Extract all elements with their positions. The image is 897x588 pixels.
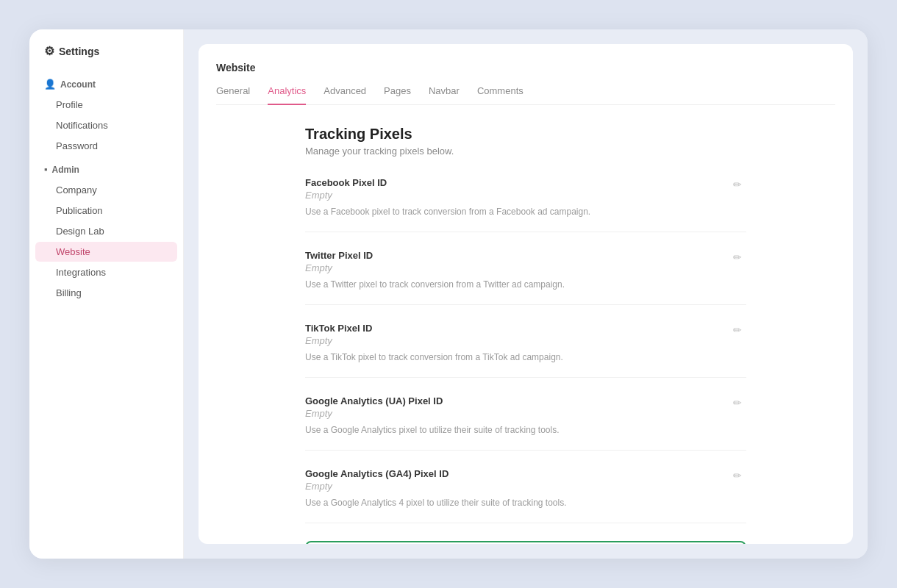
pixel-twitter-desc: Use a Twitter pixel to track conversion … bbox=[305, 279, 746, 290]
pixel-ga4-desc: Use a Google Analytics 4 pixel to utiliz… bbox=[305, 498, 746, 508]
tracking-wrapper: Tracking Pixels Manage your tracking pix… bbox=[216, 126, 835, 544]
sidebar-header: ⚙ Settings bbox=[29, 44, 183, 71]
pixel-item-ga4: Google Analytics (GA4) Pixel ID Empty ✏ … bbox=[305, 468, 746, 523]
tabs-bar: General Analytics Advanced Pages Navbar … bbox=[216, 85, 835, 105]
app-container: ⚙ Settings 👤 Account Profile Notificatio… bbox=[29, 29, 868, 559]
pixel-facebook-desc: Use a Facebook pixel to track conversion… bbox=[305, 207, 746, 217]
pixel-facebook-value: Empty bbox=[305, 190, 387, 201]
tracking-title: Tracking Pixels bbox=[305, 126, 746, 143]
pixel-facebook-label: Facebook Pixel ID bbox=[305, 177, 387, 188]
sidebar-item-password[interactable]: Password bbox=[35, 136, 177, 156]
pixel-facebook-header: Facebook Pixel ID Empty ✏ bbox=[305, 177, 746, 201]
sidebar-item-company[interactable]: Company bbox=[35, 180, 177, 200]
admin-section-label: Admin bbox=[52, 165, 79, 175]
account-icon: 👤 bbox=[44, 79, 56, 90]
sidebar-title: Settings bbox=[59, 46, 99, 57]
settings-icon: ⚙ bbox=[44, 44, 54, 58]
pixel-ga-ua-value: Empty bbox=[305, 408, 443, 419]
sidebar-item-integrations[interactable]: Integrations bbox=[35, 262, 177, 282]
pixel-twitter-edit-btn[interactable]: ✏ bbox=[729, 250, 746, 265]
pixel-item-tiktok: TikTok Pixel ID Empty ✏ Use a TikTok pix… bbox=[305, 323, 746, 378]
pixel-item-ga-ua: Google Analytics (UA) Pixel ID Empty ✏ U… bbox=[305, 395, 746, 451]
page-title: Website bbox=[216, 62, 835, 74]
gtm-editing-wrapper: Google Tag Manager Pixel ID Save Use Goo… bbox=[305, 541, 746, 544]
tab-advanced[interactable]: Advanced bbox=[324, 85, 366, 105]
tab-comments[interactable]: Comments bbox=[477, 85, 523, 105]
account-section: 👤 Account bbox=[29, 71, 183, 94]
admin-section: ▪ Admin bbox=[29, 157, 183, 179]
pixel-item-gtm: Google Tag Manager Pixel ID Save Use Goo… bbox=[305, 541, 746, 544]
tab-navbar[interactable]: Navbar bbox=[429, 85, 460, 105]
sidebar-item-website[interactable]: Website bbox=[35, 242, 177, 262]
pixel-ga4-value: Empty bbox=[305, 481, 448, 492]
pixel-ga4-label: Google Analytics (GA4) Pixel ID bbox=[305, 468, 448, 479]
pixel-twitter-label: Twitter Pixel ID bbox=[305, 250, 373, 261]
pixel-ga-ua-header: Google Analytics (UA) Pixel ID Empty ✏ bbox=[305, 395, 746, 419]
sidebar-item-design-lab[interactable]: Design Lab bbox=[35, 221, 177, 241]
pixel-item-facebook: Facebook Pixel ID Empty ✏ Use a Facebook… bbox=[305, 177, 746, 232]
tracking-section: Tracking Pixels Manage your tracking pix… bbox=[305, 126, 746, 544]
pixel-tiktok-edit-btn[interactable]: ✏ bbox=[729, 323, 746, 337]
admin-icon: ▪ bbox=[44, 164, 48, 175]
pixel-ga4-edit-btn[interactable]: ✏ bbox=[729, 468, 746, 483]
content-card: Website General Analytics Advanced Pages… bbox=[199, 44, 853, 544]
tab-analytics[interactable]: Analytics bbox=[268, 85, 306, 105]
pixel-ga-ua-label: Google Analytics (UA) Pixel ID bbox=[305, 395, 443, 406]
pixel-ga-ua-edit-btn[interactable]: ✏ bbox=[729, 395, 746, 410]
pixel-tiktok-value: Empty bbox=[305, 335, 372, 346]
pixel-tiktok-desc: Use a TikTok pixel to track conversion f… bbox=[305, 352, 746, 362]
pixel-tiktok-header: TikTok Pixel ID Empty ✏ bbox=[305, 323, 746, 346]
pixel-item-twitter: Twitter Pixel ID Empty ✏ Use a Twitter p… bbox=[305, 250, 746, 305]
tab-pages[interactable]: Pages bbox=[384, 85, 411, 105]
sidebar-item-billing[interactable]: Billing bbox=[35, 283, 177, 303]
pixel-facebook-edit-btn[interactable]: ✏ bbox=[729, 177, 746, 192]
sidebar-item-profile[interactable]: Profile bbox=[35, 95, 177, 115]
account-section-label: Account bbox=[60, 79, 96, 90]
sidebar-item-notifications[interactable]: Notifications bbox=[35, 115, 177, 135]
main-content: Website General Analytics Advanced Pages… bbox=[184, 29, 868, 559]
pixel-ga-ua-desc: Use a Google Analytics pixel to utilize … bbox=[305, 425, 746, 435]
tracking-subtitle: Manage your tracking pixels below. bbox=[305, 146, 746, 157]
pixel-tiktok-label: TikTok Pixel ID bbox=[305, 323, 372, 334]
sidebar-item-publication[interactable]: Publication bbox=[35, 201, 177, 220]
pixel-ga4-header: Google Analytics (GA4) Pixel ID Empty ✏ bbox=[305, 468, 746, 492]
tab-general[interactable]: General bbox=[216, 85, 250, 105]
sidebar: ⚙ Settings 👤 Account Profile Notificatio… bbox=[29, 29, 184, 559]
pixel-twitter-value: Empty bbox=[305, 262, 373, 273]
pixel-twitter-header: Twitter Pixel ID Empty ✏ bbox=[305, 250, 746, 273]
